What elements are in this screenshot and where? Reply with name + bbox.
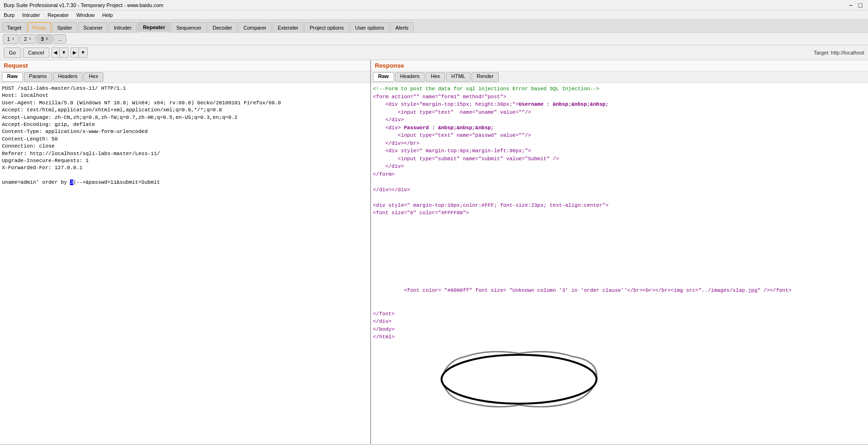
resp-line-11: </div> [373,163,866,171]
response-tab-html[interactable]: HTML [446,72,471,82]
request-line-12: X-Forwarded-For: 127.0.0.1 [2,164,368,172]
cancel-button[interactable]: Cancel [23,47,49,58]
nav-forward-dropdown[interactable]: ▼ [79,47,88,58]
request-line-1: POST /sqli-labs-master/Less-11/ HTTP/1.1 [2,85,368,92]
request-text[interactable]: POST /sqli-labs-master/Less-11/ HTTP/1.1… [0,83,370,444]
rep-tab-1[interactable]: 1 × [3,34,19,44]
menu-burp[interactable]: Burp [2,11,16,19]
response-tab-raw[interactable]: Raw [373,72,394,82]
response-tabs: Raw Headers Hex HTML Render [371,71,868,83]
request-line-body: uname=admin' order by 3|--+&passwd=11&su… [2,179,368,186]
minimize-button[interactable]: − [847,1,854,9]
resp-line-1: <!--Form to post the data for sql inject… [373,85,866,93]
resp-line-23 [373,256,866,264]
resp-line-14: </div></div> [373,186,866,194]
menu-intruder[interactable]: Intruder [20,11,42,19]
request-line-10: Referer: http://localhost/sqli-labs-mast… [2,150,368,157]
tab-comparer[interactable]: Comparer [238,22,271,32]
nav-back-button[interactable]: ◀ [51,47,60,58]
request-line-8: Content-Length: 50 [2,136,368,143]
resp-line-13 [373,178,866,186]
resp-line-10: <input type="submit" name="submit" value… [373,155,866,163]
rep-tab-3[interactable]: 3 × [37,34,53,44]
request-header: Request [0,60,370,71]
tab-intruder[interactable]: Intruder [108,22,137,32]
resp-line-30: </body> [373,326,866,334]
response-tab-headers[interactable]: Headers [395,72,425,82]
resp-line-19 [373,225,866,233]
request-line-9: Connection: close [2,143,368,150]
tab-proxy[interactable]: Proxy [28,22,51,32]
resp-line-4: <input type="text" name="uname" value=""… [373,109,866,117]
target-label: Target: http://localhost [814,50,864,55]
resp-line-17: <font size="6" color="#FFFF00"> [373,209,866,217]
resp-line-6: <div> Password : &nbsp;&nbsp;&nbsp; [373,124,866,132]
resp-line-21 [373,240,866,248]
rep-tab-2[interactable]: 2 × [20,34,36,44]
resp-line-12: </form> [373,171,866,179]
resp-line-8: </div></br> [373,140,866,148]
tab-repeater[interactable]: Repeater [138,22,170,32]
tab-spider[interactable]: Spider [52,22,78,32]
resp-line-7: <input type="text" name="passwd" value="… [373,132,866,140]
menu-window[interactable]: Window [74,11,96,19]
menubar: Burp Intruder Repeater Window Help [0,10,868,20]
resp-line-18 [373,217,866,225]
request-tab-raw[interactable]: Raw [2,72,23,82]
response-tab-hex[interactable]: Hex [426,72,445,82]
tab-sequencer[interactable]: Sequencer [171,22,206,32]
resp-line-5: </div> [373,116,866,124]
resp-line-20 [373,233,866,241]
resp-line-31: </html> [373,333,866,341]
resp-line-22 [373,248,866,256]
resp-line-29: </div> [373,318,866,326]
tab-project-options[interactable]: Project options [304,22,349,32]
titlebar: Burp Suite Professional v1.7.30 - Tempor… [0,0,868,10]
request-line-5: Accept-Language: zh-CN,zh;q=0.8,zh-TW;q=… [2,114,368,121]
nav-forward-button[interactable]: ▶ [70,47,79,58]
nav-back-dropdown[interactable]: ▼ [60,47,69,58]
request-line-blank [2,172,368,179]
request-panel: Request Raw Params Headers Hex POST /sql… [0,60,371,444]
request-line-6: Accept-Encoding: gzip, deflate [2,121,368,128]
resp-line-2: <form action="" name="form1" method="pos… [373,93,866,101]
rep-tab-more[interactable]: ... [54,34,66,44]
go-button[interactable]: Go [4,47,21,58]
response-header: Response [371,60,868,71]
tab-target[interactable]: Target [2,22,27,32]
tab-decoder[interactable]: Decoder [208,22,238,32]
titlebar-controls[interactable]: − □ [847,1,864,9]
resp-line-16: <div style=" margin-top:10px;color:#FFF;… [373,202,866,210]
menu-help[interactable]: Help [101,11,115,19]
request-line-11: Upgrade-Insecure-Requests: 1 [2,157,368,164]
tab-user-options[interactable]: User options [350,22,389,32]
response-wrapper: <!--Form to post the data for sql inject… [371,83,868,444]
nav-forward-group: ▶ ▼ [70,47,88,58]
tab-scanner[interactable]: Scanner [78,22,108,32]
circle-annotation [437,351,601,407]
request-tab-headers[interactable]: Headers [53,72,83,82]
request-highlight-3: 3 [70,180,73,185]
request-tab-params[interactable]: Params [24,72,52,82]
title-text: Burp Suite Professional v1.7.30 - Tempor… [4,2,163,8]
main-content: Request Raw Params Headers Hex POST /sql… [0,60,868,444]
resp-line-24 [373,264,866,272]
main-tabbar: Target Proxy Spider Scanner Intruder Rep… [0,20,868,33]
tab-extender[interactable]: Extender [272,22,303,32]
resp-line-28: </font> [373,310,866,318]
response-text[interactable]: <!--Form to post the data for sql inject… [371,83,868,343]
resp-line-25 [373,271,866,279]
request-tab-hex[interactable]: Hex [84,72,103,82]
request-line-4: Accept: text/html,application/xhtml+xml,… [2,107,368,114]
resp-line-15 [373,194,866,202]
request-line-3: User-Agent: Mozilla/5.0 (Windows NT 10.0… [2,100,368,107]
request-line-2: Host: localhost [2,92,368,99]
response-tab-render[interactable]: Render [472,72,499,82]
menu-repeater[interactable]: Repeater [46,11,70,19]
maximize-button[interactable]: □ [857,1,864,9]
svg-point-0 [442,355,597,404]
toolbar: Go Cancel ◀ ▼ ▶ ▼ Target: http://localho… [0,45,868,60]
resp-line-27 [373,302,866,310]
tab-alerts[interactable]: Alerts [390,22,414,32]
response-panel: Response Raw Headers Hex HTML Render <!-… [371,60,868,444]
